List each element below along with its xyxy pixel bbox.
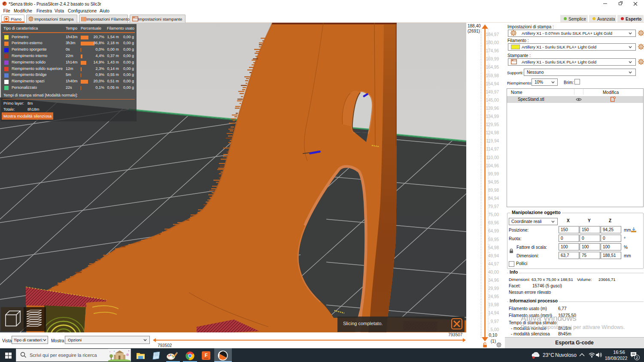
svg-text:Slicing completato.: Slicing completato. xyxy=(343,321,383,326)
svg-text:F: F xyxy=(205,353,208,358)
